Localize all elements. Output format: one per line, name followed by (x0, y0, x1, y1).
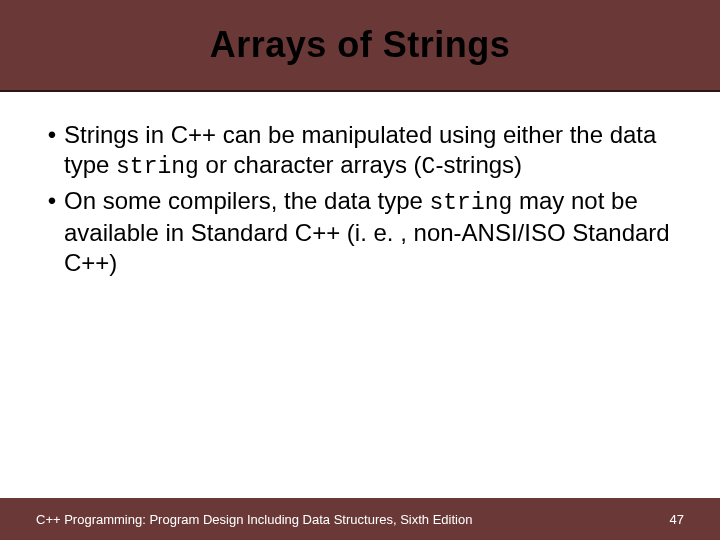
footer-text: C++ Programming: Program Design Includin… (36, 512, 472, 527)
code-run: C (422, 154, 436, 180)
code-run: string (430, 190, 513, 216)
text-run: or character arrays ( (199, 151, 422, 178)
text-run: -strings) (435, 151, 522, 178)
bullet-dot: • (40, 186, 64, 216)
bullet-dot: • (40, 120, 64, 150)
page-number: 47 (670, 512, 684, 527)
text-run: On some compilers, the data type (64, 187, 430, 214)
slide-title: Arrays of Strings (210, 24, 511, 66)
bullet-item: • On some compilers, the data type strin… (40, 186, 680, 280)
title-bar: Arrays of Strings (0, 0, 720, 92)
footer-bar: C++ Programming: Program Design Includin… (0, 498, 720, 540)
code-run: string (116, 154, 199, 180)
bullet-item: • Strings in C++ can be manipulated usin… (40, 120, 680, 182)
bullet-text: Strings in C++ can be manipulated using … (64, 120, 680, 182)
bullet-text: On some compilers, the data type string … (64, 186, 680, 280)
content-area: • Strings in C++ can be manipulated usin… (0, 92, 720, 280)
